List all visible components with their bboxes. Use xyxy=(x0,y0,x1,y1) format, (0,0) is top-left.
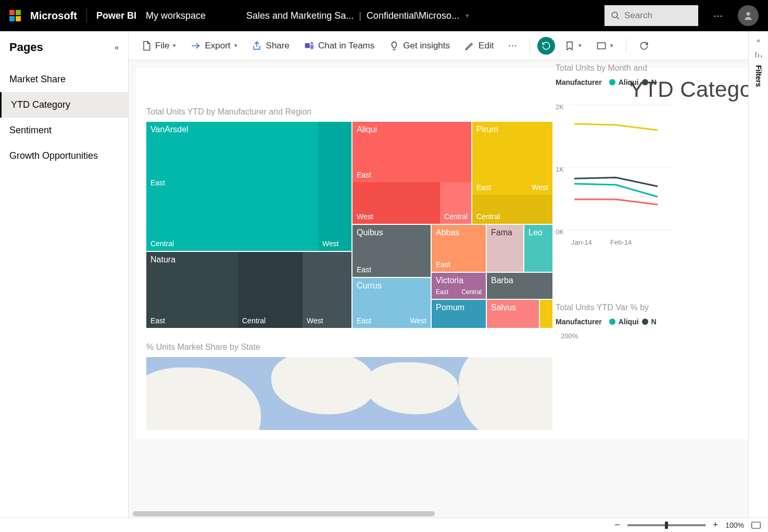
report-scroll-area[interactable]: YTD Category Trend A Total Units YTD by … xyxy=(129,60,748,517)
workspace-link[interactable]: My workspace xyxy=(146,10,206,21)
export-icon xyxy=(191,41,201,51)
collapse-pages-icon[interactable]: « xyxy=(115,43,119,52)
map-title: % Units Market Share by State xyxy=(146,343,748,352)
var-chart-legend[interactable]: Manufacturer Aliqui N xyxy=(556,318,748,326)
lightbulb-icon xyxy=(389,41,399,51)
refresh-icon xyxy=(639,41,649,51)
filters-rail[interactable]: « Filters xyxy=(748,31,768,517)
reset-icon xyxy=(542,41,551,50)
page-item-growth[interactable]: Growth Opportunities xyxy=(0,143,128,169)
refresh-button[interactable] xyxy=(634,39,654,53)
filters-label: Filters xyxy=(754,65,763,87)
line-chart-legend[interactable]: Manufacturer Aliqui N xyxy=(556,78,748,86)
report-body: YTD Category Trend A Total Units YTD by … xyxy=(136,68,748,439)
svg-line-1 xyxy=(616,17,619,19)
teams-icon xyxy=(304,41,314,51)
search-icon xyxy=(611,11,620,20)
brand-label: Microsoft xyxy=(30,10,77,22)
zoom-level: 100% xyxy=(725,521,744,529)
view-menu[interactable]: ▾ xyxy=(591,39,619,53)
insights-button[interactable]: Get insights xyxy=(384,39,455,53)
svg-rect-13 xyxy=(752,522,761,528)
bookmark-icon xyxy=(564,41,575,51)
status-bar: − + 100% xyxy=(0,517,768,532)
product-label[interactable]: Power BI xyxy=(96,10,136,21)
expand-filters-icon[interactable]: « xyxy=(757,36,760,44)
pages-pane: Pages « Market Share YTD Category Sentim… xyxy=(0,31,129,517)
treemap-visual[interactable]: VanArsdelEastCentral West NaturaEast Cen… xyxy=(146,122,552,328)
bookmark-menu[interactable]: ▾ xyxy=(559,39,587,53)
separator xyxy=(86,8,87,23)
file-menu[interactable]: File▾ xyxy=(136,39,181,53)
line-chart-title: Total Units by Month and xyxy=(556,64,748,73)
pencil-icon xyxy=(464,41,475,51)
svg-rect-4 xyxy=(305,43,310,48)
svg-rect-6 xyxy=(598,43,606,49)
microsoft-logo xyxy=(9,10,21,21)
canvas-column: File▾ Export▾ Share Chat in Teams Get in… xyxy=(129,31,748,517)
export-menu[interactable]: Export▾ xyxy=(185,39,242,53)
page-item-market-share[interactable]: Market Share xyxy=(0,67,128,92)
chevron-down-icon[interactable]: ▼ xyxy=(464,12,470,19)
sensitivity-label[interactable]: Confidential\Microso... xyxy=(367,10,459,21)
report-title-group: Sales and Marketing Sa... | Confidential… xyxy=(246,10,470,21)
person-icon xyxy=(743,10,753,21)
account-avatar[interactable] xyxy=(738,5,759,26)
svg-point-2 xyxy=(747,12,750,16)
page-item-ytd-category[interactable]: YTD Category xyxy=(0,92,128,118)
horizontal-scrollbar[interactable] xyxy=(129,510,748,517)
page-item-sentiment[interactable]: Sentiment xyxy=(0,118,128,143)
more-options-button[interactable]: ⋯ xyxy=(708,5,728,26)
more-commands-button[interactable]: ⋯ xyxy=(503,38,522,53)
edit-button[interactable]: Edit xyxy=(459,39,499,53)
top-bar: Microsoft Power BI My workspace Sales an… xyxy=(0,0,768,31)
command-bar: File▾ Export▾ Share Chat in Teams Get in… xyxy=(129,31,748,60)
zoom-slider[interactable] xyxy=(627,524,706,526)
pages-title: Pages xyxy=(9,41,43,54)
fit-to-page-icon[interactable] xyxy=(751,522,761,529)
map-visual[interactable] xyxy=(146,357,552,430)
file-icon xyxy=(141,41,152,51)
line-chart[interactable]: 2K 1K 0K Jan-14 Feb-14 xyxy=(556,93,748,238)
share-icon xyxy=(252,41,262,51)
svg-point-5 xyxy=(310,42,313,44)
reset-button[interactable] xyxy=(537,37,555,55)
zoom-out-button[interactable]: − xyxy=(614,520,620,530)
view-icon xyxy=(596,41,607,51)
share-button[interactable]: Share xyxy=(247,39,295,53)
line-chart-svg xyxy=(569,93,673,238)
var-chart-title: Total Units YTD Var % by xyxy=(556,303,748,312)
zoom-in-button[interactable]: + xyxy=(713,520,719,530)
chat-teams-button[interactable]: Chat in Teams xyxy=(299,39,380,53)
search-box[interactable] xyxy=(605,5,698,26)
filters-icon xyxy=(754,50,763,59)
report-name[interactable]: Sales and Marketing Sa... xyxy=(246,10,354,21)
search-input[interactable] xyxy=(624,10,676,21)
svg-point-0 xyxy=(612,12,618,18)
